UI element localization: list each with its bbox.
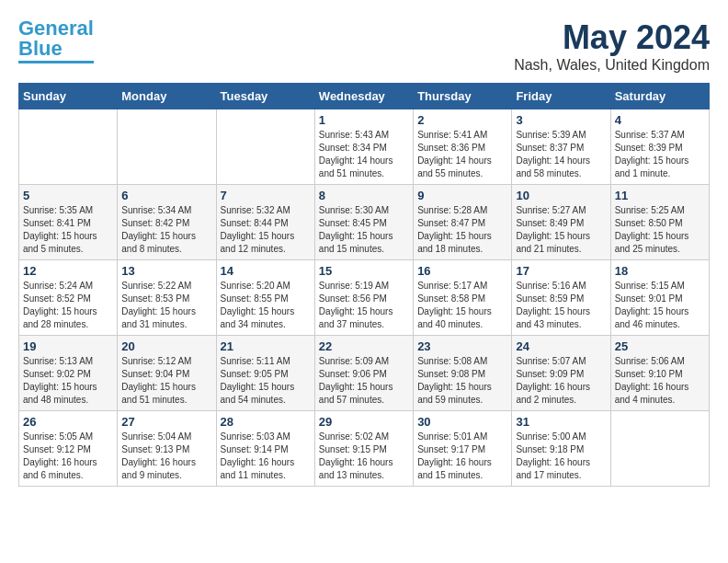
day-info: Sunrise: 5:41 AM Sunset: 8:36 PM Dayligh… (417, 129, 507, 180)
calendar-cell: 22Sunrise: 5:09 AM Sunset: 9:06 PM Dayli… (314, 336, 413, 411)
calendar-cell: 10Sunrise: 5:27 AM Sunset: 8:49 PM Dayli… (512, 185, 610, 260)
day-number: 21 (221, 339, 311, 353)
calendar-cell: 5Sunrise: 5:35 AM Sunset: 8:41 PM Daylig… (19, 185, 118, 260)
day-info: Sunrise: 5:08 AM Sunset: 9:08 PM Dayligh… (417, 355, 507, 407)
logo-text: General Blue (18, 18, 94, 59)
calendar-cell: 12Sunrise: 5:24 AM Sunset: 8:52 PM Dayli… (19, 260, 118, 336)
title-block: May 2024 Nash, Wales, United Kingdom (514, 18, 710, 74)
day-info: Sunrise: 5:20 AM Sunset: 8:55 PM Dayligh… (221, 280, 311, 331)
logo: General Blue (18, 18, 94, 63)
calendar-cell: 4Sunrise: 5:37 AM Sunset: 8:39 PM Daylig… (610, 109, 709, 185)
day-number: 11 (615, 189, 705, 202)
week-row-5: 26Sunrise: 5:05 AM Sunset: 9:12 PM Dayli… (19, 411, 710, 487)
calendar-cell: 9Sunrise: 5:28 AM Sunset: 8:47 PM Daylig… (414, 185, 512, 260)
day-info: Sunrise: 5:19 AM Sunset: 8:56 PM Dayligh… (319, 280, 409, 331)
day-info: Sunrise: 5:05 AM Sunset: 9:12 PM Dayligh… (23, 431, 113, 482)
calendar-cell: 15Sunrise: 5:19 AM Sunset: 8:56 PM Dayli… (314, 260, 413, 336)
calendar-cell: 13Sunrise: 5:22 AM Sunset: 8:53 PM Dayli… (118, 260, 216, 336)
day-number: 10 (516, 189, 606, 202)
calendar-cell: 2Sunrise: 5:41 AM Sunset: 8:36 PM Daylig… (414, 109, 512, 185)
calendar-cell: 24Sunrise: 5:07 AM Sunset: 9:09 PM Dayli… (512, 336, 610, 411)
day-number: 14 (221, 264, 311, 278)
week-row-1: 1Sunrise: 5:43 AM Sunset: 8:34 PM Daylig… (19, 109, 710, 185)
day-info: Sunrise: 5:15 AM Sunset: 9:01 PM Dayligh… (615, 280, 705, 331)
day-number: 7 (221, 189, 311, 202)
day-info: Sunrise: 5:13 AM Sunset: 9:02 PM Dayligh… (23, 355, 113, 407)
day-info: Sunrise: 5:03 AM Sunset: 9:14 PM Dayligh… (221, 431, 311, 482)
day-info: Sunrise: 5:04 AM Sunset: 9:13 PM Dayligh… (121, 431, 211, 482)
day-number: 20 (121, 339, 211, 353)
calendar-cell: 1Sunrise: 5:43 AM Sunset: 8:34 PM Daylig… (314, 109, 413, 185)
day-number: 28 (221, 415, 311, 429)
location: Nash, Wales, United Kingdom (514, 57, 710, 74)
weekday-header-saturday: Saturday (610, 84, 709, 109)
day-number: 15 (319, 264, 409, 278)
day-info: Sunrise: 5:22 AM Sunset: 8:53 PM Dayligh… (121, 280, 211, 331)
calendar-cell: 11Sunrise: 5:25 AM Sunset: 8:50 PM Dayli… (610, 185, 709, 260)
weekday-header-tuesday: Tuesday (216, 84, 314, 109)
weekday-header-sunday: Sunday (19, 84, 118, 109)
calendar-cell: 31Sunrise: 5:00 AM Sunset: 9:18 PM Dayli… (512, 411, 610, 487)
day-info: Sunrise: 5:25 AM Sunset: 8:50 PM Dayligh… (615, 204, 705, 256)
day-info: Sunrise: 5:16 AM Sunset: 8:59 PM Dayligh… (516, 280, 606, 331)
calendar-cell: 23Sunrise: 5:08 AM Sunset: 9:08 PM Dayli… (414, 336, 512, 411)
day-info: Sunrise: 5:32 AM Sunset: 8:44 PM Dayligh… (221, 204, 311, 256)
day-info: Sunrise: 5:34 AM Sunset: 8:42 PM Dayligh… (121, 204, 211, 256)
calendar-cell: 27Sunrise: 5:04 AM Sunset: 9:13 PM Dayli… (118, 411, 216, 487)
day-number: 3 (516, 113, 606, 127)
calendar-cell: 3Sunrise: 5:39 AM Sunset: 8:37 PM Daylig… (512, 109, 610, 185)
day-number: 6 (121, 189, 211, 202)
day-number: 22 (319, 339, 409, 353)
day-number: 30 (417, 415, 507, 429)
calendar-cell: 20Sunrise: 5:12 AM Sunset: 9:04 PM Dayli… (118, 336, 216, 411)
calendar-cell: 25Sunrise: 5:06 AM Sunset: 9:10 PM Dayli… (610, 336, 709, 411)
day-info: Sunrise: 5:12 AM Sunset: 9:04 PM Dayligh… (121, 355, 211, 407)
calendar-cell: 17Sunrise: 5:16 AM Sunset: 8:59 PM Dayli… (512, 260, 610, 336)
day-number: 2 (417, 113, 507, 127)
day-info: Sunrise: 5:02 AM Sunset: 9:15 PM Dayligh… (319, 431, 409, 482)
calendar-table: SundayMondayTuesdayWednesdayThursdayFrid… (18, 83, 710, 487)
day-info: Sunrise: 5:11 AM Sunset: 9:05 PM Dayligh… (221, 355, 311, 407)
day-number: 29 (319, 415, 409, 429)
weekday-header-row: SundayMondayTuesdayWednesdayThursdayFrid… (19, 84, 710, 109)
day-number: 12 (23, 264, 113, 278)
day-number: 5 (23, 189, 113, 202)
calendar-cell: 14Sunrise: 5:20 AM Sunset: 8:55 PM Dayli… (216, 260, 314, 336)
day-number: 1 (319, 113, 409, 127)
day-info: Sunrise: 5:30 AM Sunset: 8:45 PM Dayligh… (319, 204, 409, 256)
logo-blue: Blue (18, 37, 63, 60)
calendar-cell: 21Sunrise: 5:11 AM Sunset: 9:05 PM Dayli… (216, 336, 314, 411)
day-number: 25 (615, 339, 705, 353)
day-info: Sunrise: 5:00 AM Sunset: 9:18 PM Dayligh… (516, 431, 606, 482)
calendar-cell: 19Sunrise: 5:13 AM Sunset: 9:02 PM Dayli… (19, 336, 118, 411)
weekday-header-wednesday: Wednesday (314, 84, 413, 109)
day-info: Sunrise: 5:06 AM Sunset: 9:10 PM Dayligh… (615, 355, 705, 407)
day-number: 9 (417, 189, 507, 202)
day-number: 8 (319, 189, 409, 202)
day-info: Sunrise: 5:39 AM Sunset: 8:37 PM Dayligh… (516, 129, 606, 180)
page-header: General Blue May 2024 Nash, Wales, Unite… (18, 18, 710, 74)
weekday-header-friday: Friday (512, 84, 610, 109)
day-number: 23 (417, 339, 507, 353)
day-info: Sunrise: 5:09 AM Sunset: 9:06 PM Dayligh… (319, 355, 409, 407)
day-info: Sunrise: 5:28 AM Sunset: 8:47 PM Dayligh… (417, 204, 507, 256)
week-row-2: 5Sunrise: 5:35 AM Sunset: 8:41 PM Daylig… (19, 185, 710, 260)
calendar-cell: 16Sunrise: 5:17 AM Sunset: 8:58 PM Dayli… (414, 260, 512, 336)
calendar-cell (610, 411, 709, 487)
day-info: Sunrise: 5:17 AM Sunset: 8:58 PM Dayligh… (417, 280, 507, 331)
day-number: 19 (23, 339, 113, 353)
day-number: 27 (121, 415, 211, 429)
calendar-cell: 7Sunrise: 5:32 AM Sunset: 8:44 PM Daylig… (216, 185, 314, 260)
day-number: 24 (516, 339, 606, 353)
day-info: Sunrise: 5:35 AM Sunset: 8:41 PM Dayligh… (23, 204, 113, 256)
day-info: Sunrise: 5:07 AM Sunset: 9:09 PM Dayligh… (516, 355, 606, 407)
day-number: 17 (516, 264, 606, 278)
week-row-4: 19Sunrise: 5:13 AM Sunset: 9:02 PM Dayli… (19, 336, 710, 411)
day-number: 31 (516, 415, 606, 429)
day-number: 18 (615, 264, 705, 278)
month-year: May 2024 (514, 18, 710, 57)
calendar-cell: 6Sunrise: 5:34 AM Sunset: 8:42 PM Daylig… (118, 185, 216, 260)
calendar-cell (118, 109, 216, 185)
calendar-cell: 8Sunrise: 5:30 AM Sunset: 8:45 PM Daylig… (314, 185, 413, 260)
day-number: 16 (417, 264, 507, 278)
